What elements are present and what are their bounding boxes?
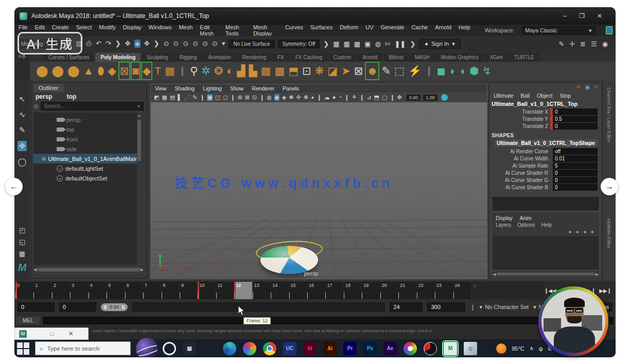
shelf-tool-icon[interactable]: ❙	[425, 63, 433, 79]
shelf-tool-icon[interactable]: ❋	[315, 63, 324, 79]
live-surface-field[interactable]: No Live Surface	[229, 40, 274, 48]
anim-start-field[interactable]: 0	[18, 302, 55, 312]
shelf-tool-icon[interactable]: T	[154, 63, 161, 79]
outliner-scrollbar[interactable]: ▲	[137, 113, 142, 265]
frame-cell[interactable]: 8	[162, 282, 180, 299]
channelbox-display-icon[interactable]: ◉	[585, 84, 590, 90]
taskbar-app-icon[interactable]	[243, 342, 256, 355]
shelf-tool-icon[interactable]: ◗	[449, 63, 456, 79]
shelf-tool-icon[interactable]: ▦	[261, 63, 271, 79]
outliner-camera-label[interactable]: top	[67, 93, 77, 100]
menu-item[interactable]: Deform	[340, 24, 358, 37]
shelf-tool-icon[interactable]: ⚡	[408, 63, 422, 79]
channel-value-field[interactable]: 0.01	[553, 155, 598, 162]
toolbar-icon[interactable]: ⊙	[172, 40, 179, 48]
new-layer-icon[interactable]: ✦	[568, 229, 572, 235]
frame-cell[interactable]: 18	[344, 282, 362, 299]
toolbar-icon[interactable]: ◉	[602, 40, 608, 48]
taskbar-app-icon[interactable]	[203, 342, 216, 355]
toolbar-icon[interactable]: ❯	[409, 40, 416, 48]
shelf-tab[interactable]: Custom	[328, 53, 356, 62]
frame-cell[interactable]: 4	[89, 282, 107, 299]
channel-value-field[interactable]: 0.5	[553, 116, 598, 122]
toolbar-icon[interactable]: ▾	[221, 40, 226, 48]
channel-value-field[interactable]: 0	[553, 177, 598, 184]
toolbar-icon[interactable]: ▦	[332, 40, 340, 48]
tool-icon[interactable]: ✥	[18, 141, 27, 151]
menu-item[interactable]: Mesh Display	[253, 24, 278, 37]
toolbar-icon[interactable]: ✛	[569, 40, 575, 48]
viewport-panel[interactable]: ViewShadingLightingShowRendererPanels ◩▦…	[150, 84, 487, 279]
taskbar-app-icon[interactable]	[223, 342, 236, 355]
new-layer-icon[interactable]: ✦	[583, 229, 587, 235]
channel-row[interactable]: Ai Curve Shader B 0	[489, 184, 602, 191]
toolbar-icon[interactable]: ⊙	[182, 40, 189, 48]
shelf-tool-icon[interactable]: ☻	[366, 63, 378, 79]
shelf-tool-icon[interactable]: ⬤	[36, 63, 48, 79]
channelbox-hscrollbar[interactable]: ◀▶	[493, 271, 599, 277]
shelf-tool-icon[interactable]: ▟	[237, 63, 245, 79]
tool-icon[interactable]: ∿	[19, 110, 26, 119]
channel-row[interactable]: Ai Sample Rate 5	[489, 162, 602, 169]
toolbar-icon[interactable]: ◈	[134, 40, 141, 48]
toolbar-icon[interactable]: ❯	[323, 40, 329, 48]
taskbar-search-input[interactable]: ⌕ Type here to search	[35, 341, 131, 355]
tool-icon[interactable]: ↖	[19, 95, 26, 104]
channel-value-field[interactable]: 5	[553, 162, 598, 169]
shelf-tab[interactable]: Arnold	[357, 53, 382, 62]
mic-icon[interactable]: ψ	[539, 345, 543, 352]
shelf-tab[interactable]: Rendering	[237, 53, 271, 62]
toolbar-icon[interactable]: ⊙	[163, 40, 169, 48]
shelf-tab[interactable]: MASH	[410, 53, 435, 62]
tool-icon[interactable]: ◯	[18, 157, 27, 167]
frame-cell[interactable]: 23	[435, 282, 453, 299]
shelf-tool-icon[interactable]: ⊠	[354, 63, 363, 79]
shelf-tool-icon[interactable]: ◆	[108, 63, 116, 79]
close-icon[interactable]: ✕	[68, 330, 74, 337]
playback-end-field[interactable]: 24	[390, 302, 423, 312]
menu-item[interactable]: Windows	[149, 24, 172, 37]
shelf-tool-icon[interactable]: ⊡	[302, 63, 311, 79]
sign-in-button[interactable]: ● Sign In ▾	[419, 39, 460, 49]
workspace-icon[interactable]	[606, 26, 612, 34]
frame-cell[interactable]: 17	[325, 282, 343, 299]
toolbar-icon[interactable]: ❚❚	[394, 40, 407, 48]
shelf-tab[interactable]: TURTLE	[509, 53, 539, 62]
shelf-tool-icon[interactable]: ⬮	[97, 63, 104, 79]
outliner-item[interactable]: side	[33, 144, 142, 154]
close-button[interactable]: ✕	[597, 12, 602, 20]
shelf-tool-icon[interactable]: ◼	[436, 63, 445, 79]
mini-window-titlebar[interactable]: M □ ✕	[14, 327, 89, 340]
frame-cell[interactable]: 7	[143, 282, 161, 299]
outliner-item[interactable]: • defaultObjectSet	[33, 173, 142, 183]
frame-cell[interactable]: 0	[15, 282, 33, 299]
layer-editor-menu[interactable]: Options	[517, 222, 535, 228]
toolbar-icon[interactable]: ▣	[364, 40, 371, 48]
shelf-tool-icon[interactable]: ➤	[341, 63, 351, 79]
toolbar-icon[interactable]: ☰	[590, 40, 598, 48]
frame-cell[interactable]: 14	[271, 282, 289, 299]
mel-label[interactable]: MEL	[16, 317, 40, 324]
frame-cell[interactable]: 12	[234, 282, 252, 299]
shelf-tool-icon[interactable]: ⬒	[288, 63, 299, 79]
taskbar-app-icon[interactable]: Pr	[343, 342, 357, 355]
shelf-tool-icon[interactable]: ◪	[327, 63, 338, 79]
frame-cell[interactable]: 20	[380, 282, 398, 299]
frame-cell[interactable]: 1	[33, 282, 51, 299]
channelbox-display-icon[interactable]: ⑂	[594, 84, 598, 90]
shelf-tool-icon[interactable]: ⬚	[394, 63, 405, 79]
menu-item[interactable]: Generate	[381, 24, 405, 37]
toolbar-icon[interactable]: ⊙	[192, 40, 199, 48]
shelf-tool-icon[interactable]: ⚲	[190, 63, 198, 79]
toolbar-icon[interactable]: ❯	[153, 40, 160, 48]
shelf-tool-icon[interactable]: ↯	[482, 63, 492, 79]
shelf-tool-icon[interactable]: ◙	[132, 63, 139, 79]
restore-button[interactable]: □	[50, 331, 54, 337]
shelf-tool-icon[interactable]: ❙	[179, 63, 186, 79]
frame-cell[interactable]: 16	[307, 282, 325, 299]
outliner-item[interactable]: persp	[33, 115, 142, 124]
shelf-tab[interactable]: FX Caching	[290, 53, 327, 62]
menu-item[interactable]: Mesh	[179, 24, 192, 37]
menu-item[interactable]: Surfaces	[310, 24, 332, 37]
mel-input[interactable]	[43, 317, 614, 324]
